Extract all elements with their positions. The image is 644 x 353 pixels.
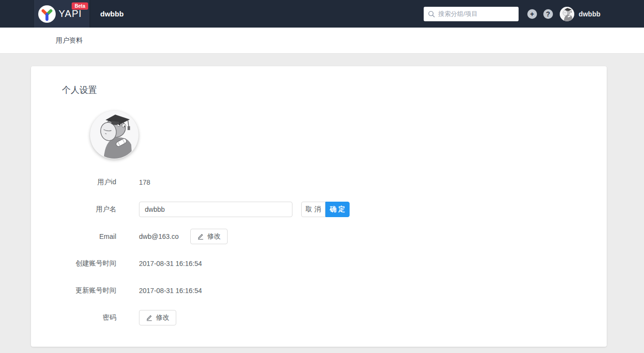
search-box	[424, 7, 519, 21]
updated-at-label: 更新账号时间	[31, 286, 116, 295]
created-at-value: 2017-08-31 16:16:54	[139, 260, 202, 267]
yapi-logo[interactable]: YAPI Beta	[35, 0, 90, 28]
breadcrumb: 用户资料	[56, 36, 83, 45]
user-id-label: 用户id	[31, 178, 116, 187]
search-icon	[428, 11, 435, 17]
yapi-logo-icon	[38, 5, 56, 23]
profile-avatar[interactable]	[90, 111, 138, 159]
page-title: dwbbb	[100, 10, 123, 18]
password-label: 密码	[31, 313, 116, 322]
row-created-at: 创建账号时间 2017-08-31 16:16:54	[31, 256, 607, 271]
username-actions: 取 消 确 定	[301, 202, 350, 217]
add-project-button[interactable]: +	[527, 9, 537, 19]
settings-card: 个人设置	[31, 66, 607, 347]
card-heading: 个人设置	[62, 84, 607, 96]
username-label: 用户名	[31, 205, 116, 214]
row-username: 用户名 取 消 确 定	[31, 202, 607, 217]
edit-icon	[197, 233, 204, 240]
logo-text: YAPI	[59, 8, 82, 19]
beta-badge: Beta	[72, 2, 88, 10]
email-value: dwb@163.co	[139, 233, 179, 240]
navbar-right: + ?	[424, 7, 600, 21]
breadcrumb-bar: 用户资料	[0, 28, 644, 54]
edit-email-label: 修改	[207, 232, 221, 241]
confirm-button[interactable]: 确 定	[325, 202, 350, 217]
edit-password-button[interactable]: 修改	[139, 310, 176, 325]
cancel-button[interactable]: 取 消	[301, 202, 325, 217]
profile-form: 用户id 178 用户名 取 消 确 定 Email dwb@163.co	[31, 175, 607, 325]
edit-icon	[146, 314, 153, 321]
created-at-label: 创建账号时间	[31, 259, 116, 268]
navbar-username[interactable]: dwbbb	[579, 10, 600, 18]
row-updated-at: 更新账号时间 2017-08-31 16:16:54	[31, 283, 607, 298]
row-password: 密码 修改	[31, 310, 607, 325]
main-content: 个人设置	[0, 66, 644, 347]
row-email: Email dwb@163.co 修改	[31, 229, 607, 244]
row-user-id: 用户id 178	[31, 175, 607, 190]
navbar-left-edge	[0, 0, 35, 28]
email-label: Email	[31, 233, 116, 240]
search-input[interactable]	[438, 10, 514, 17]
updated-at-value: 2017-08-31 16:16:54	[139, 287, 202, 294]
user-id-value: 178	[139, 178, 150, 186]
edit-email-button[interactable]: 修改	[190, 229, 228, 244]
help-button[interactable]: ?	[543, 9, 553, 19]
user-avatar[interactable]	[560, 7, 574, 21]
edit-password-label: 修改	[156, 313, 169, 322]
username-input[interactable]	[139, 202, 292, 217]
top-navbar: YAPI Beta dwbbb + ?	[0, 0, 644, 28]
